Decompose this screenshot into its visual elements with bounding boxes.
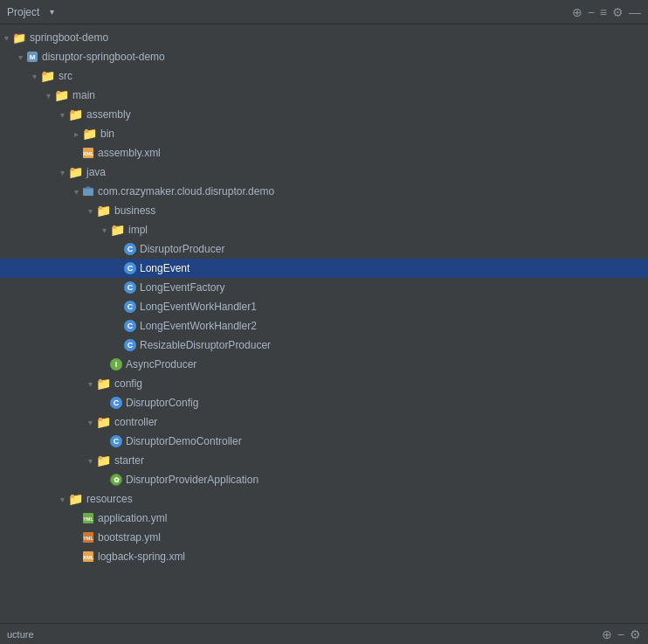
- tree-item-config[interactable]: ▾ 📁 config: [0, 374, 648, 393]
- tree-arrow: ▾: [84, 418, 96, 427]
- folder-icon: 📁: [40, 69, 55, 83]
- class-icon: C: [124, 281, 136, 294]
- panel-header-right: ⊕ − ≡ ⚙ —: [572, 5, 641, 19]
- tree-arrow: ▾: [56, 110, 68, 120]
- item-label: main: [72, 89, 95, 101]
- tree-item-LongEventWorkHandler1[interactable]: C LongEventWorkHandler1: [0, 297, 648, 316]
- tree-item-LongEvent[interactable]: C LongEvent: [0, 259, 648, 278]
- tree-arrow: ▾: [98, 225, 110, 235]
- item-label: LongEvent: [140, 262, 190, 274]
- tree-item-ResizableDisruptorProducer[interactable]: C ResizableDisruptorProducer: [0, 336, 648, 355]
- class-icon: C: [124, 320, 136, 332]
- tree-arrow: ▾: [14, 52, 26, 62]
- tree-item-DisruptorConfig[interactable]: C DisruptorConfig: [0, 393, 648, 412]
- tree-item-controller[interactable]: ▾ 📁 controller: [0, 412, 648, 432]
- tree-item-AsyncProducer[interactable]: I AsyncProducer: [0, 355, 648, 374]
- footer-label: ucture: [7, 629, 34, 640]
- spring-icon: ✿: [110, 474, 122, 486]
- item-label: impl: [128, 224, 148, 236]
- tree-item-assembly[interactable]: ▾ 📁 assembly: [0, 105, 648, 124]
- class-icon: C: [110, 435, 122, 447]
- tree-item-application.yml[interactable]: YML application.yml: [0, 509, 648, 528]
- class-icon: C: [110, 397, 122, 409]
- tree-item-LongEventWorkHandler2[interactable]: C LongEventWorkHandler2: [0, 316, 648, 336]
- item-label: business: [114, 204, 155, 217]
- tree-item-disruptor-springboot-demo[interactable]: ▾ M disruptor-springboot-demo: [0, 47, 648, 66]
- item-label: bin: [100, 128, 114, 140]
- item-label: src: [59, 70, 72, 82]
- item-label: assembly.xml: [98, 147, 161, 159]
- folder-icon: 📁: [96, 204, 111, 218]
- footer-expand-icon[interactable]: −: [617, 627, 624, 641]
- tree-item-java[interactable]: ▾ 📁 java: [0, 163, 648, 182]
- svg-text:XML: XML: [83, 555, 94, 560]
- tree-item-assembly.xml[interactable]: XML assembly.xml: [0, 143, 648, 163]
- tree-item-starter[interactable]: ▾ 📁 starter: [0, 451, 648, 470]
- tree-item-logback-spring.xml[interactable]: XML logback-spring.xml: [0, 547, 648, 566]
- tree-arrow: ▾: [84, 379, 96, 389]
- item-label: LongEventFactory: [140, 281, 224, 294]
- yml-green-icon: YML: [82, 512, 94, 524]
- svg-text:M: M: [30, 53, 36, 61]
- item-label: disruptor-springboot-demo: [42, 51, 165, 63]
- folder-icon: 📁: [68, 107, 83, 121]
- package-icon: [82, 185, 94, 197]
- item-label: starter: [114, 454, 144, 467]
- class-icon: C: [124, 301, 136, 313]
- tree-arrow: ▾: [42, 91, 54, 100]
- tree-item-impl[interactable]: ▾ 📁 impl: [0, 220, 648, 239]
- folder-icon: 📁: [54, 88, 69, 102]
- expand-icon[interactable]: −: [588, 5, 595, 19]
- module-icon: M: [26, 51, 38, 63]
- tree-item-bootstrap.yml[interactable]: YML bootstrap.yml: [0, 528, 648, 547]
- tree-item-src[interactable]: ▾ 📁 src: [0, 66, 648, 86]
- svg-text:XML: XML: [83, 151, 94, 156]
- file-tree[interactable]: ▾ 📁 springboot-demo ▾ M disruptor-spring…: [0, 24, 648, 623]
- tree-item-DisruptorProducer[interactable]: C DisruptorProducer: [0, 239, 648, 259]
- project-icon: 📁: [12, 31, 26, 45]
- item-label: DisruptorProducer: [140, 243, 224, 255]
- svg-rect-4: [83, 188, 93, 196]
- item-label: config: [114, 377, 142, 390]
- tree-item-main[interactable]: ▾ 📁 main: [0, 86, 648, 105]
- footer-collapse-icon[interactable]: ⊕: [602, 627, 612, 641]
- resources-folder-icon: 📁: [68, 492, 83, 506]
- item-label: springboot-demo: [30, 31, 108, 44]
- panel-header: Project ▾ ⊕ − ≡ ⚙ —: [0, 0, 648, 24]
- project-panel: Project ▾ ⊕ − ≡ ⚙ — ▾ 📁 springboot-demo …: [0, 0, 648, 644]
- item-label: ResizableDisruptorProducer: [140, 339, 271, 351]
- tree-item-business[interactable]: ▾ 📁 business: [0, 201, 648, 220]
- footer-settings-icon[interactable]: ⚙: [630, 627, 641, 641]
- item-label: LongEventWorkHandler1: [140, 301, 257, 313]
- class-icon: C: [124, 339, 136, 351]
- tree-arrow: ▾: [84, 456, 96, 466]
- item-label: application.yml: [98, 512, 167, 524]
- item-label: resources: [86, 493, 133, 505]
- item-label: DisruptorDemoController: [126, 435, 242, 447]
- tree-arrow: ▾: [84, 206, 96, 216]
- folder-icon: 📁: [96, 377, 111, 391]
- folder-icon: 📁: [68, 165, 83, 179]
- tree-item-resources[interactable]: ▾ 📁 resources: [0, 489, 648, 509]
- item-label: DisruptorProviderApplication: [126, 474, 259, 486]
- tree-arrow: ▸: [70, 129, 82, 139]
- filter-icon[interactable]: ≡: [600, 5, 607, 19]
- interface-icon: I: [110, 358, 122, 370]
- item-label: assembly: [86, 108, 131, 121]
- tree-item-com.crazymaker.cloud.disruptor.demo[interactable]: ▾ com.crazymaker.cloud.disruptor.demo: [0, 182, 648, 201]
- tree-item-bin[interactable]: ▸ 📁 bin: [0, 124, 648, 143]
- tree-item-DisruptorProviderApplication[interactable]: ✿ DisruptorProviderApplication: [0, 470, 648, 489]
- tree-arrow: ▾: [56, 168, 68, 177]
- folder-icon: 📁: [82, 127, 97, 141]
- item-label: logback-spring.xml: [98, 551, 185, 563]
- tree-item-DisruptorDemoController[interactable]: C DisruptorDemoController: [0, 432, 648, 451]
- tree-item-LongEventFactory[interactable]: C LongEventFactory: [0, 278, 648, 297]
- item-label: java: [86, 166, 106, 178]
- panel-dropdown-arrow[interactable]: ▾: [45, 7, 59, 17]
- minimize-icon[interactable]: —: [629, 5, 641, 19]
- footer-right: ⊕ − ⚙: [602, 627, 641, 641]
- tree-item-springboot-demo[interactable]: ▾ 📁 springboot-demo: [0, 28, 648, 47]
- folder-icon: 📁: [96, 415, 111, 429]
- collapse-all-icon[interactable]: ⊕: [572, 5, 583, 19]
- settings-icon[interactable]: ⚙: [612, 5, 624, 19]
